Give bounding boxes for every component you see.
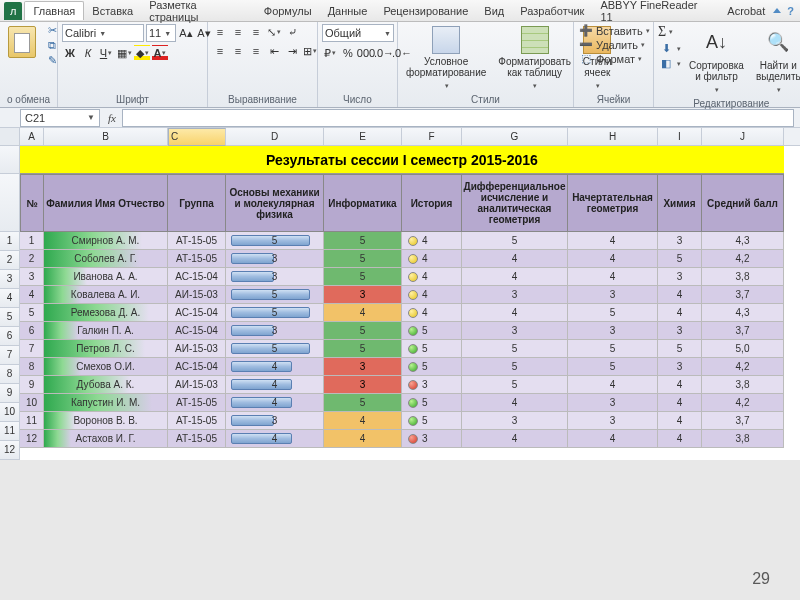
- cell-avg[interactable]: 4,2: [702, 358, 784, 376]
- minimize-ribbon-icon[interactable]: [773, 8, 781, 13]
- cell-hist[interactable]: 3: [402, 430, 462, 448]
- conditional-formatting-button[interactable]: Условное форматирование▾: [402, 24, 490, 93]
- sort-filter-button[interactable]: A↓ Сортировка и фильтр▾: [685, 24, 748, 97]
- cell-hist[interactable]: 5: [402, 358, 462, 376]
- cell-avg[interactable]: 3,8: [702, 268, 784, 286]
- col-header-I[interactable]: I: [658, 128, 702, 145]
- cell-group[interactable]: АИ-15-03: [168, 286, 226, 304]
- cell-chem[interactable]: 4: [658, 376, 702, 394]
- cell-avg[interactable]: 4,2: [702, 250, 784, 268]
- cell-n[interactable]: 2: [20, 250, 44, 268]
- cell-hist[interactable]: 5: [402, 394, 462, 412]
- number-format-select[interactable]: Общий▼: [322, 24, 394, 42]
- cell-nach[interactable]: 3: [568, 286, 658, 304]
- cell-n[interactable]: 5: [20, 304, 44, 322]
- cell-hist[interactable]: 4: [402, 232, 462, 250]
- cell-chem[interactable]: 5: [658, 340, 702, 358]
- format-cells-button[interactable]: ⬚Формат▾: [578, 52, 642, 65]
- cell-fio[interactable]: Галкин П. А.: [44, 322, 168, 340]
- cell-mech[interactable]: 5: [226, 304, 324, 322]
- tab-insert[interactable]: Вставка: [84, 2, 141, 20]
- cell-diff[interactable]: 3: [462, 412, 568, 430]
- cell-n[interactable]: 8: [20, 358, 44, 376]
- paste-button[interactable]: [4, 24, 40, 60]
- cell-chem[interactable]: 4: [658, 394, 702, 412]
- inc-decimal-icon[interactable]: .0→: [376, 45, 392, 61]
- cell-diff[interactable]: 4: [462, 394, 568, 412]
- cell-fio[interactable]: Смирнов А. М.: [44, 232, 168, 250]
- col-header-B[interactable]: B: [44, 128, 168, 145]
- cell-nach[interactable]: 4: [568, 376, 658, 394]
- cell-fio[interactable]: Ковалева А. И.: [44, 286, 168, 304]
- cell-inf[interactable]: 5: [324, 268, 402, 286]
- cell-nach[interactable]: 3: [568, 394, 658, 412]
- cell-diff[interactable]: 4: [462, 304, 568, 322]
- cell-avg[interactable]: 5,0: [702, 340, 784, 358]
- cell-mech[interactable]: 3: [226, 250, 324, 268]
- cell-diff[interactable]: 3: [462, 286, 568, 304]
- cell-nach[interactable]: 4: [568, 268, 658, 286]
- cell-inf[interactable]: 3: [324, 358, 402, 376]
- cell-fio[interactable]: Воронов В. В.: [44, 412, 168, 430]
- cell-nach[interactable]: 3: [568, 412, 658, 430]
- col-header-F[interactable]: F: [402, 128, 462, 145]
- cell-fio[interactable]: Астахов И. Г.: [44, 430, 168, 448]
- delete-cells-button[interactable]: ➖Удалить▾: [578, 38, 645, 51]
- help-icon[interactable]: ?: [787, 5, 794, 17]
- tab-formulas[interactable]: Формулы: [256, 2, 320, 20]
- cell-mech[interactable]: 5: [226, 286, 324, 304]
- row-header[interactable]: 2: [0, 251, 20, 270]
- cell-chem[interactable]: 3: [658, 322, 702, 340]
- orientation-icon[interactable]: ⤡▾: [266, 24, 282, 40]
- row-header[interactable]: 5: [0, 308, 20, 327]
- col-header-H[interactable]: H: [568, 128, 658, 145]
- merge-icon[interactable]: ⊞▾: [302, 43, 318, 59]
- cell-inf[interactable]: 5: [324, 250, 402, 268]
- cell-mech[interactable]: 4: [226, 358, 324, 376]
- cell-inf[interactable]: 4: [324, 430, 402, 448]
- cell-chem[interactable]: 3: [658, 268, 702, 286]
- comma-icon[interactable]: 000: [358, 45, 374, 61]
- cell-group[interactable]: АИ-15-03: [168, 376, 226, 394]
- cell-n[interactable]: 10: [20, 394, 44, 412]
- cell-n[interactable]: 12: [20, 430, 44, 448]
- col-header-G[interactable]: G: [462, 128, 568, 145]
- cell-n[interactable]: 4: [20, 286, 44, 304]
- cell-inf[interactable]: 5: [324, 232, 402, 250]
- grow-font-icon[interactable]: A▴: [178, 25, 194, 41]
- cell-chem[interactable]: 3: [658, 358, 702, 376]
- cell-group[interactable]: АТ-15-05: [168, 250, 226, 268]
- cell-chem[interactable]: 5: [658, 250, 702, 268]
- col-header-E[interactable]: E: [324, 128, 402, 145]
- tab-abbyy[interactable]: ABBYY FineReader 11: [592, 0, 719, 26]
- col-header-C[interactable]: C: [168, 128, 226, 146]
- cell-group[interactable]: АС-15-04: [168, 268, 226, 286]
- tab-view[interactable]: Вид: [476, 2, 512, 20]
- cell-mech[interactable]: 5: [226, 340, 324, 358]
- tab-review[interactable]: Рецензирование: [375, 2, 476, 20]
- cell-avg[interactable]: 3,8: [702, 430, 784, 448]
- cell-chem[interactable]: 4: [658, 286, 702, 304]
- cell-chem[interactable]: 4: [658, 304, 702, 322]
- row-header[interactable]: 6: [0, 327, 20, 346]
- format-as-table-button[interactable]: Форматировать как таблицу▾: [494, 24, 575, 93]
- align-top-icon[interactable]: ≡: [212, 24, 228, 40]
- cell-group[interactable]: АТ-15-05: [168, 232, 226, 250]
- cell-mech[interactable]: 4: [226, 376, 324, 394]
- cell-diff[interactable]: 4: [462, 250, 568, 268]
- cell-mech[interactable]: 3: [226, 322, 324, 340]
- fx-icon[interactable]: fx: [102, 112, 122, 124]
- cell-mech[interactable]: 3: [226, 412, 324, 430]
- cell-inf[interactable]: 5: [324, 394, 402, 412]
- name-box[interactable]: C21▼: [20, 109, 100, 127]
- cell-group[interactable]: АТ-15-05: [168, 430, 226, 448]
- indent-dec-icon[interactable]: ⇤: [266, 43, 282, 59]
- cell-avg[interactable]: 3,7: [702, 412, 784, 430]
- cell-chem[interactable]: 4: [658, 412, 702, 430]
- formula-input[interactable]: [122, 109, 794, 127]
- cell-nach[interactable]: 5: [568, 358, 658, 376]
- cell-group[interactable]: АТ-15-05: [168, 394, 226, 412]
- cell-n[interactable]: 9: [20, 376, 44, 394]
- autosum-button[interactable]: Σ▾: [658, 24, 681, 40]
- cell-hist[interactable]: 5: [402, 322, 462, 340]
